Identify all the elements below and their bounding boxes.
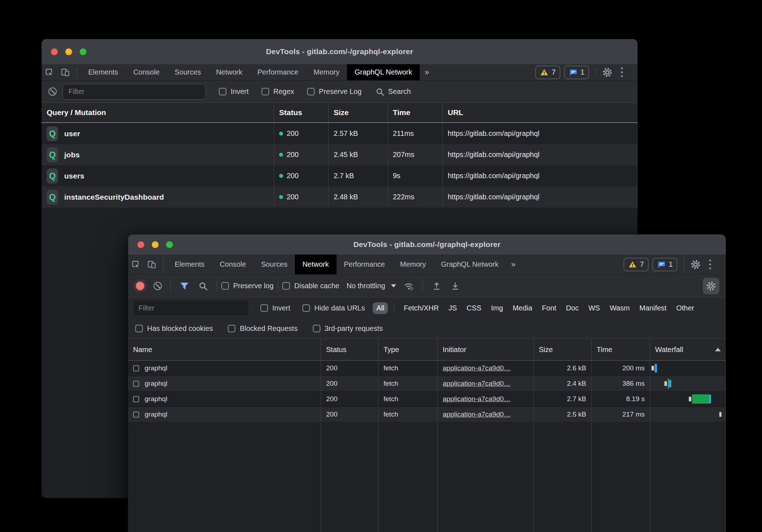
column-header-name[interactable]: Name [128,339,321,360]
filter-chip-ws[interactable]: WS [588,304,600,312]
search-icon[interactable] [375,87,385,96]
column-header-query-mutation[interactable]: Query / Mutation [42,103,274,122]
clear-icon[interactable] [48,87,57,96]
column-header-status[interactable]: Status [321,339,378,360]
close-button[interactable] [137,241,144,248]
network-conditions-icon[interactable] [399,281,418,291]
column-header-initiator[interactable]: Initiator [438,339,534,360]
filter-input[interactable] [133,301,248,315]
close-button[interactable] [51,48,58,55]
tab-network[interactable]: Network [295,255,336,274]
invert-checkbox[interactable] [219,88,226,95]
disable-cache-checkbox-group[interactable]: Disable cache [282,282,339,290]
minimize-button[interactable] [152,241,159,248]
filter-chip-fetch-xhr[interactable]: Fetch/XHR [404,304,439,312]
device-toolbar-icon[interactable] [144,255,160,274]
tab-console[interactable]: Console [212,255,253,274]
column-header-size[interactable]: Size [534,339,592,360]
filter-input[interactable] [62,84,206,100]
kebab-menu-icon[interactable] [704,255,716,274]
warnings-badge[interactable]: 7 [624,258,649,271]
row-checkbox[interactable] [133,381,139,387]
blocked-requests-checkbox-group[interactable]: Blocked Requests [228,324,297,333]
invert-checkbox-group[interactable]: Invert [260,304,290,312]
filter-chip-other[interactable]: Other [676,304,694,312]
column-header-time[interactable]: Time [388,103,443,122]
blocked-requests-checkbox[interactable] [228,325,235,332]
regex-checkbox-group[interactable]: Regex [262,87,294,96]
kebab-menu-icon[interactable] [615,64,628,80]
filter-chip-manifest[interactable]: Manifest [639,304,667,312]
settings-gear-icon[interactable] [688,255,704,274]
preserve-log-checkbox[interactable] [307,88,315,95]
search-icon[interactable] [194,281,212,291]
invert-checkbox-group[interactable]: Invert [219,87,249,96]
warnings-badge[interactable]: 7 [535,66,560,79]
filter-chip-js[interactable]: JS [448,304,457,312]
hide-data-urls-checkbox-group[interactable]: Hide data URLs [302,304,365,312]
search-group[interactable]: Search [375,87,411,96]
column-header-url[interactable]: URL [443,103,638,122]
filter-chip-media[interactable]: Media [513,304,532,312]
tab-memory[interactable]: Memory [392,255,433,274]
table-row[interactable]: Qusers 200 2.7 kB 9s https://gitlab.com/… [42,165,638,186]
titlebar[interactable]: DevTools - gitlab.com/-/graphql-explorer [42,39,638,64]
tab-performance[interactable]: Performance [250,64,306,80]
settings-gear-icon[interactable] [599,64,615,80]
import-har-icon[interactable] [427,281,446,291]
preserve-log-checkbox[interactable] [221,282,229,290]
filter-funnel-icon[interactable] [175,281,194,291]
column-header-waterfall[interactable]: Waterfall [650,339,726,360]
regex-checkbox[interactable] [262,88,269,95]
more-tabs-icon[interactable]: » [506,255,521,274]
clear-icon[interactable] [149,282,166,290]
tab-elements[interactable]: Elements [167,255,212,274]
export-har-icon[interactable] [446,281,465,291]
table-row[interactable]: QinstanceSecurityDashboard 200 2.48 kB 2… [42,186,638,208]
preserve-log-checkbox-group[interactable]: Preserve Log [307,87,362,96]
column-header-size[interactable]: Size [329,103,388,122]
more-tabs-icon[interactable]: » [420,64,434,80]
tab-graphql-network[interactable]: GraphQL Network [433,255,506,274]
throttling-dropdown[interactable]: No throttling [347,282,396,290]
row-checkbox[interactable] [133,412,139,418]
third-party-requests-checkbox[interactable] [313,325,320,332]
initiator-link[interactable]: application-a7ca9d0… [443,395,511,403]
network-settings-gear-icon[interactable] [703,278,719,294]
filter-chip-img[interactable]: Img [491,304,503,312]
initiator-link[interactable]: application-a7ca9d0… [443,364,511,372]
column-header-status[interactable]: Status [274,103,329,122]
record-button[interactable] [136,282,144,290]
third-party-requests-checkbox-group[interactable]: 3rd-party requests [313,324,383,333]
table-row[interactable]: graphql 200 fetch application-a7ca9d0… 2… [128,361,726,376]
titlebar[interactable]: DevTools - gitlab.com/-/graphql-explorer [128,234,726,255]
initiator-link[interactable]: application-a7ca9d0… [443,410,511,418]
filter-chip-wasm[interactable]: Wasm [610,304,630,312]
tab-elements[interactable]: Elements [81,64,126,80]
issues-badge[interactable]: 1 [564,66,589,79]
filter-chip-css[interactable]: CSS [467,304,481,312]
inspect-element-icon[interactable] [128,255,144,274]
table-row[interactable]: graphql 200 fetch application-a7ca9d0… 2… [128,391,726,407]
inspect-element-icon[interactable] [42,64,57,80]
tab-graphql-network[interactable]: GraphQL Network [347,64,419,80]
tab-performance[interactable]: Performance [337,255,393,274]
issues-badge[interactable]: 1 [652,258,677,271]
filter-chip-doc[interactable]: Doc [566,304,579,312]
disable-cache-checkbox[interactable] [282,282,290,290]
filter-chip-all[interactable]: All [373,302,388,314]
column-header-time[interactable]: Time [592,339,650,360]
minimize-button[interactable] [65,48,72,55]
table-row[interactable]: Qjobs 200 2.45 kB 207ms https://gitlab.c… [42,144,638,165]
tab-console[interactable]: Console [126,64,167,80]
table-row[interactable]: graphql 200 fetch application-a7ca9d0… 2… [128,407,726,422]
initiator-link[interactable]: application-a7ca9d0… [443,380,511,388]
filter-chip-font[interactable]: Font [542,304,556,312]
device-toolbar-icon[interactable] [57,64,73,80]
hide-data-urls-checkbox[interactable] [302,304,310,312]
tab-network[interactable]: Network [208,64,250,80]
column-header-type[interactable]: Type [378,339,438,360]
row-checkbox[interactable] [133,396,139,402]
preserve-log-checkbox-group[interactable]: Preserve log [221,282,273,290]
tab-sources[interactable]: Sources [254,255,295,274]
